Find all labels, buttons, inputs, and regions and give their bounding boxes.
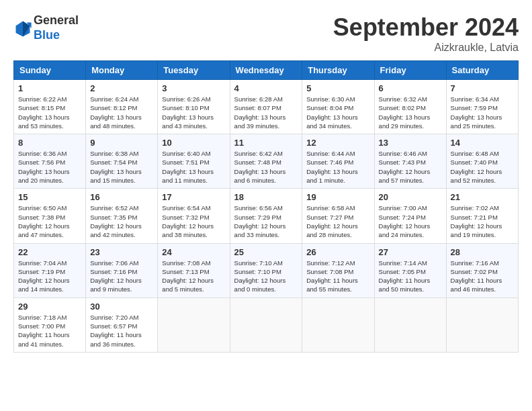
month-title: September 2024 — [333, 13, 519, 42]
day-number: 11 — [234, 138, 298, 148]
day-number: 13 — [379, 138, 442, 148]
day-info: Sunrise: 6:54 AMSunset: 7:32 PMDaylight:… — [162, 203, 225, 239]
day-info: Sunrise: 6:38 AMSunset: 7:54 PMDaylight:… — [90, 149, 153, 185]
day-info: Sunrise: 7:06 AMSunset: 7:16 PMDaylight:… — [90, 259, 153, 294]
day-info: Sunrise: 6:30 AMSunset: 8:04 PMDaylight:… — [306, 95, 369, 130]
calendar-header: SundayMondayTuesdayWednesdayThursdayFrid… — [14, 61, 519, 80]
calendar-cell: 28Sunrise: 7:16 AMSunset: 7:02 PMDayligh… — [446, 243, 518, 298]
calendar-cell: 22Sunrise: 7:04 AMSunset: 7:19 PMDayligh… — [14, 243, 86, 298]
day-info: Sunrise: 7:00 AMSunset: 7:24 PMDaylight:… — [379, 203, 442, 239]
day-number: 24 — [162, 247, 225, 257]
day-number: 18 — [234, 192, 298, 202]
calendar-cell: 25Sunrise: 7:10 AMSunset: 7:10 PMDayligh… — [230, 243, 302, 298]
day-number: 19 — [306, 192, 369, 202]
day-info: Sunrise: 6:56 AMSunset: 7:29 PMDaylight:… — [234, 203, 298, 239]
calendar-body: 1Sunrise: 6:22 AMSunset: 8:15 PMDaylight… — [14, 80, 519, 353]
weekday-header-sunday: Sunday — [14, 61, 86, 80]
day-number: 1 — [18, 83, 81, 93]
calendar-cell: 11Sunrise: 6:42 AMSunset: 7:48 PMDayligh… — [230, 134, 302, 189]
day-number: 17 — [162, 192, 225, 202]
day-number: 12 — [306, 138, 369, 148]
calendar-cell: 19Sunrise: 6:58 AMSunset: 7:27 PMDayligh… — [302, 189, 374, 243]
day-info: Sunrise: 6:36 AMSunset: 7:56 PMDaylight:… — [18, 149, 81, 185]
calendar-cell: 3Sunrise: 6:26 AMSunset: 8:10 PMDaylight… — [158, 80, 230, 134]
calendar-cell: 1Sunrise: 6:22 AMSunset: 8:15 PMDaylight… — [14, 80, 86, 134]
day-info: Sunrise: 6:42 AMSunset: 7:48 PMDaylight:… — [234, 149, 298, 185]
calendar-cell: 14Sunrise: 6:48 AMSunset: 7:40 PMDayligh… — [446, 134, 518, 189]
calendar-week-row: 22Sunrise: 7:04 AMSunset: 7:19 PMDayligh… — [14, 243, 519, 298]
day-number: 10 — [162, 138, 225, 148]
logo-icon — [13, 19, 32, 38]
day-number: 28 — [451, 247, 514, 257]
day-info: Sunrise: 6:34 AMSunset: 7:59 PMDaylight:… — [451, 95, 514, 130]
logo-blue: Blue — [34, 28, 60, 42]
day-info: Sunrise: 6:46 AMSunset: 7:43 PMDaylight:… — [379, 149, 442, 185]
weekday-header-saturday: Saturday — [446, 61, 518, 80]
logo-text: General Blue — [34, 13, 79, 42]
calendar-cell: 5Sunrise: 6:30 AMSunset: 8:04 PMDaylight… — [302, 80, 374, 134]
day-number: 16 — [90, 192, 153, 202]
calendar-cell — [230, 298, 302, 352]
day-number: 7 — [451, 83, 514, 93]
calendar-cell: 9Sunrise: 6:38 AMSunset: 7:54 PMDaylight… — [86, 134, 158, 189]
location: Aizkraukle, Latvia — [333, 42, 519, 54]
day-info: Sunrise: 6:50 AMSunset: 7:38 PMDaylight:… — [18, 203, 81, 239]
day-number: 9 — [90, 138, 153, 148]
calendar-cell: 23Sunrise: 7:06 AMSunset: 7:16 PMDayligh… — [86, 243, 158, 298]
day-number: 30 — [90, 302, 153, 312]
calendar-cell: 27Sunrise: 7:14 AMSunset: 7:05 PMDayligh… — [374, 243, 446, 298]
day-info: Sunrise: 6:26 AMSunset: 8:10 PMDaylight:… — [162, 95, 225, 130]
day-info: Sunrise: 7:14 AMSunset: 7:05 PMDaylight:… — [379, 259, 442, 294]
day-number: 14 — [451, 138, 514, 148]
weekday-header-tuesday: Tuesday — [158, 61, 230, 80]
day-number: 23 — [90, 247, 153, 257]
day-number: 29 — [18, 302, 81, 312]
day-number: 5 — [306, 83, 369, 93]
day-info: Sunrise: 7:20 AMSunset: 6:57 PMDaylight:… — [90, 313, 153, 349]
day-number: 4 — [234, 83, 298, 93]
day-number: 6 — [379, 83, 442, 93]
day-number: 22 — [18, 247, 81, 257]
day-info: Sunrise: 7:16 AMSunset: 7:02 PMDaylight:… — [451, 259, 514, 294]
day-info: Sunrise: 6:32 AMSunset: 8:02 PMDaylight:… — [379, 95, 442, 130]
page-header: General Blue September 2024 Aizkraukle, … — [13, 13, 519, 54]
calendar-cell: 15Sunrise: 6:50 AMSunset: 7:38 PMDayligh… — [14, 189, 86, 243]
day-info: Sunrise: 7:10 AMSunset: 7:10 PMDaylight:… — [234, 259, 298, 294]
day-number: 8 — [18, 138, 81, 148]
calendar-cell: 18Sunrise: 6:56 AMSunset: 7:29 PMDayligh… — [230, 189, 302, 243]
day-number: 2 — [90, 83, 153, 93]
calendar-cell — [374, 298, 446, 352]
day-info: Sunrise: 7:18 AMSunset: 7:00 PMDaylight:… — [18, 313, 81, 349]
day-number: 27 — [379, 247, 442, 257]
weekday-header-row: SundayMondayTuesdayWednesdayThursdayFrid… — [14, 61, 519, 80]
day-info: Sunrise: 7:12 AMSunset: 7:08 PMDaylight:… — [306, 259, 369, 294]
day-info: Sunrise: 7:04 AMSunset: 7:19 PMDaylight:… — [18, 259, 81, 294]
logo: General Blue — [13, 13, 79, 42]
calendar-cell: 10Sunrise: 6:40 AMSunset: 7:51 PMDayligh… — [158, 134, 230, 189]
calendar-cell: 24Sunrise: 7:08 AMSunset: 7:13 PMDayligh… — [158, 243, 230, 298]
day-info: Sunrise: 6:52 AMSunset: 7:35 PMDaylight:… — [90, 203, 153, 239]
day-info: Sunrise: 6:24 AMSunset: 8:12 PMDaylight:… — [90, 95, 153, 130]
day-number: 15 — [18, 192, 81, 202]
day-number: 26 — [306, 247, 369, 257]
calendar-cell: 17Sunrise: 6:54 AMSunset: 7:32 PMDayligh… — [158, 189, 230, 243]
day-number: 20 — [379, 192, 442, 202]
calendar-cell: 6Sunrise: 6:32 AMSunset: 8:02 PMDaylight… — [374, 80, 446, 134]
calendar-cell — [302, 298, 374, 352]
calendar-cell: 2Sunrise: 6:24 AMSunset: 8:12 PMDaylight… — [86, 80, 158, 134]
title-block: September 2024 Aizkraukle, Latvia — [333, 13, 519, 54]
weekday-header-friday: Friday — [374, 61, 446, 80]
calendar-week-row: 15Sunrise: 6:50 AMSunset: 7:38 PMDayligh… — [14, 189, 519, 243]
day-number: 21 — [451, 192, 514, 202]
calendar-cell: 8Sunrise: 6:36 AMSunset: 7:56 PMDaylight… — [14, 134, 86, 189]
weekday-header-wednesday: Wednesday — [230, 61, 302, 80]
logo-general: General — [34, 13, 79, 27]
day-number: 3 — [162, 83, 225, 93]
day-info: Sunrise: 6:22 AMSunset: 8:15 PMDaylight:… — [18, 95, 81, 130]
calendar-week-row: 29Sunrise: 7:18 AMSunset: 7:00 PMDayligh… — [14, 298, 519, 352]
calendar-cell: 21Sunrise: 7:02 AMSunset: 7:21 PMDayligh… — [446, 189, 518, 243]
calendar-cell: 13Sunrise: 6:46 AMSunset: 7:43 PMDayligh… — [374, 134, 446, 189]
calendar-cell: 12Sunrise: 6:44 AMSunset: 7:46 PMDayligh… — [302, 134, 374, 189]
day-info: Sunrise: 6:44 AMSunset: 7:46 PMDaylight:… — [306, 149, 369, 185]
calendar-week-row: 1Sunrise: 6:22 AMSunset: 8:15 PMDaylight… — [14, 80, 519, 134]
